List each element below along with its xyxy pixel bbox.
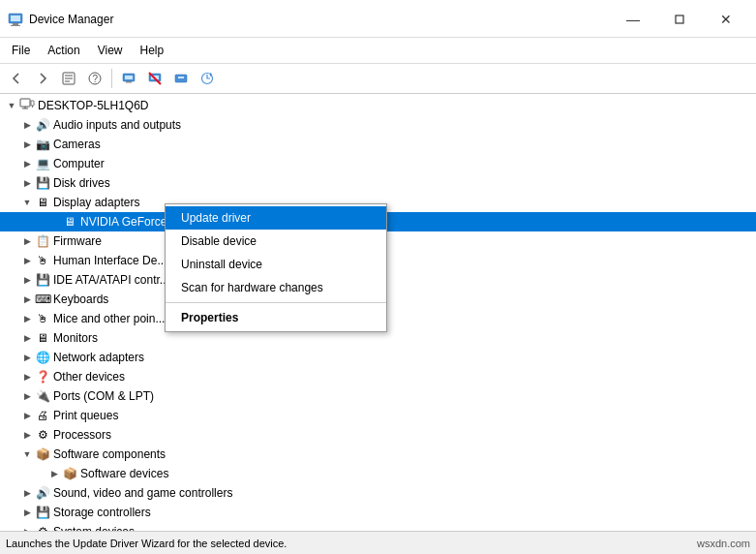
ctx-disable-device[interactable]: Disable device — [166, 230, 386, 253]
tree-item-software-devices[interactable]: ▶ 📦 Software devices — [0, 464, 756, 483]
toolbar-disable[interactable] — [142, 67, 167, 90]
sw-dev-icon: 📦 — [62, 466, 77, 481]
nvidia-icon: 🖥 — [62, 214, 77, 230]
uninstall-icon — [173, 71, 189, 86]
minimize-button[interactable]: — — [611, 6, 655, 33]
title-bar-controls: — ✕ — [611, 6, 748, 33]
menu-view[interactable]: View — [90, 40, 131, 61]
ports-label: Ports (COM & LPT) — [53, 389, 154, 403]
tree-item-ports[interactable]: ▶ 🔌 Ports (COM & LPT) — [0, 386, 756, 406]
tree-item-disk[interactable]: ▶ 💾 Disk drives — [0, 173, 756, 193]
tree-item-cameras[interactable]: ▶ 📷 Cameras — [0, 135, 756, 154]
hid-expand: ▶ — [19, 253, 35, 268]
hid-icon: 🖱 — [35, 253, 50, 268]
audio-expand: ▶ — [19, 117, 35, 133]
tree-panel[interactable]: ▼ DESKTOP-5LH1Q6D ▶ 🔊 Audio inputs and o… — [0, 94, 756, 531]
tree-item-software-components[interactable]: ▼ 📦 Software components — [0, 445, 756, 464]
mice-label: Mice and other poin... — [53, 312, 165, 325]
print-icon: 🖨 — [35, 408, 50, 423]
tree-item-storage[interactable]: ▶ 💾 Storage controllers — [0, 503, 756, 522]
tree-item-print[interactable]: ▶ 🖨 Print queues — [0, 406, 756, 425]
toolbar-help[interactable]: ? — [82, 67, 107, 90]
maximize-icon — [675, 15, 684, 24]
audio-label: Audio inputs and outputs — [53, 118, 181, 132]
monitors-label: Monitors — [53, 331, 98, 345]
tree-item-audio[interactable]: ▶ 🔊 Audio inputs and outputs — [0, 115, 756, 135]
monitors-expand: ▶ — [19, 330, 35, 346]
root-icon — [19, 98, 35, 113]
other-expand: ▶ — [19, 369, 35, 385]
processors-label: Processors — [53, 428, 111, 442]
computer-expand: ▶ — [19, 156, 35, 171]
ide-icon: 💾 — [35, 272, 50, 288]
tree-item-sound[interactable]: ▶ 🔊 Sound, video and game controllers — [0, 483, 756, 503]
sw-comp-icon: 📦 — [35, 446, 50, 462]
print-label: Print queues — [53, 409, 118, 422]
ctx-uninstall-device[interactable]: Uninstall device — [166, 253, 386, 276]
disable-icon — [147, 71, 163, 86]
tree-item-network[interactable]: ▶ 🌐 Network adapters — [0, 348, 756, 367]
nvidia-expand — [46, 214, 62, 230]
properties-icon — [61, 71, 76, 86]
root-label: DESKTOP-5LH1Q6D — [38, 99, 149, 112]
display-expand: ▼ — [19, 195, 35, 210]
forward-icon — [36, 72, 49, 85]
toolbar-sep-1 — [111, 69, 112, 88]
tree-item-processors[interactable]: ▶ ⚙ Processors — [0, 425, 756, 445]
menu-help[interactable]: Help — [133, 40, 172, 61]
ctx-scan-hardware[interactable]: Scan for hardware changes — [166, 276, 386, 299]
svg-rect-4 — [676, 15, 683, 23]
title-bar-left: Device Manager — [8, 12, 113, 27]
keyboards-expand: ▶ — [19, 292, 35, 307]
audio-icon: 🔊 — [35, 117, 50, 133]
svg-text:?: ? — [93, 74, 99, 84]
toolbar-update-driver[interactable] — [116, 67, 141, 90]
toolbar-scan[interactable] — [195, 67, 220, 90]
ctx-update-driver[interactable]: Update driver — [166, 206, 386, 230]
storage-icon: 💾 — [35, 505, 50, 520]
maximize-button[interactable] — [657, 6, 702, 33]
tree-item-computer[interactable]: ▶ 💻 Computer — [0, 154, 756, 173]
monitors-icon: 🖥 — [35, 330, 50, 346]
toolbar-forward[interactable] — [30, 67, 55, 90]
tree-item-system[interactable]: ▶ ⚙ System devices — [0, 522, 756, 531]
menu-bar: File Action View Help — [0, 38, 756, 64]
ctx-properties[interactable]: Properties — [166, 306, 386, 329]
close-button[interactable]: ✕ — [704, 6, 748, 33]
system-expand: ▶ — [19, 524, 35, 531]
other-label: Other devices — [53, 370, 125, 384]
toolbar-properties[interactable] — [56, 67, 81, 90]
mice-expand: ▶ — [19, 311, 35, 326]
firmware-expand: ▶ — [19, 233, 35, 249]
cameras-label: Cameras — [53, 138, 101, 151]
menu-action[interactable]: Action — [40, 40, 87, 61]
main-content: ▼ DESKTOP-5LH1Q6D ▶ 🔊 Audio inputs and o… — [0, 94, 756, 531]
display-icon: 🖥 — [35, 195, 50, 210]
svg-rect-1 — [11, 15, 20, 21]
svg-rect-17 — [175, 75, 187, 82]
sound-icon: 🔊 — [35, 485, 50, 501]
keyboards-icon: ⌨ — [35, 292, 50, 307]
tree-item-other[interactable]: ▶ ❓ Other devices — [0, 367, 756, 386]
svg-rect-20 — [20, 99, 30, 107]
disk-icon: 💾 — [35, 175, 50, 191]
title-bar: Device Manager — ✕ — [0, 0, 756, 38]
ctx-separator — [166, 302, 386, 303]
display-label: Display adapters — [53, 196, 139, 209]
tree-root[interactable]: ▼ DESKTOP-5LH1Q6D — [0, 96, 756, 115]
context-menu: Update driver Disable device Uninstall d… — [165, 203, 387, 332]
menu-file[interactable]: File — [4, 40, 38, 61]
update-driver-icon — [121, 71, 136, 86]
sw-dev-expand: ▶ — [46, 466, 62, 481]
svg-rect-23 — [31, 101, 34, 106]
toolbar-back[interactable] — [4, 67, 29, 90]
ports-icon: 🔌 — [35, 388, 50, 404]
computer-icon — [19, 98, 35, 113]
computer-item-icon: 💻 — [35, 156, 50, 171]
toolbar-uninstall[interactable] — [168, 67, 194, 90]
firmware-label: Firmware — [53, 234, 102, 248]
app-icon — [8, 12, 23, 27]
help-icon: ? — [87, 71, 103, 86]
sw-comp-expand: ▼ — [19, 446, 35, 462]
mice-icon: 🖱 — [35, 311, 50, 326]
